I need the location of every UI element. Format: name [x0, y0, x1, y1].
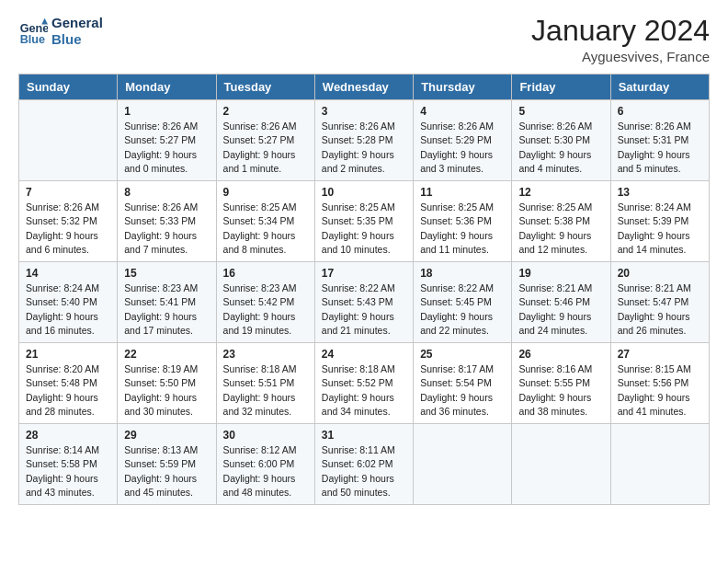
logo: General Blue General Blue [18, 15, 103, 48]
day-header-saturday: Saturday [610, 75, 709, 100]
day-number: 14 [26, 267, 110, 280]
day-number: 21 [26, 348, 110, 361]
day-number: 9 [223, 186, 308, 199]
day-info: Sunrise: 8:24 AM Sunset: 5:39 PM Dayligh… [618, 201, 702, 257]
calendar-cell: 24Sunrise: 8:18 AM Sunset: 5:52 PM Dayli… [314, 343, 413, 424]
day-number: 22 [124, 348, 209, 361]
day-info: Sunrise: 8:26 AM Sunset: 5:31 PM Dayligh… [618, 120, 702, 176]
title-block: January 2024 Ayguesvives, France [531, 15, 710, 64]
day-number: 16 [223, 267, 308, 280]
day-number: 29 [124, 429, 209, 442]
day-number: 3 [322, 105, 406, 118]
day-info: Sunrise: 8:26 AM Sunset: 5:33 PM Dayligh… [124, 201, 209, 257]
day-number: 26 [518, 348, 603, 361]
calendar-cell: 26Sunrise: 8:16 AM Sunset: 5:55 PM Dayli… [512, 343, 610, 424]
day-number: 11 [420, 186, 505, 199]
day-header-monday: Monday [118, 75, 216, 100]
day-info: Sunrise: 8:20 AM Sunset: 5:48 PM Dayligh… [26, 362, 110, 419]
day-number: 2 [223, 105, 308, 118]
calendar-cell: 21Sunrise: 8:20 AM Sunset: 5:48 PM Dayli… [19, 343, 118, 424]
day-info: Sunrise: 8:26 AM Sunset: 5:27 PM Dayligh… [223, 120, 308, 176]
day-info: Sunrise: 8:11 AM Sunset: 6:02 PM Dayligh… [322, 443, 406, 500]
calendar-cell: 8Sunrise: 8:26 AM Sunset: 5:33 PM Daylig… [118, 181, 216, 262]
week-row-3: 14Sunrise: 8:24 AM Sunset: 5:40 PM Dayli… [19, 262, 710, 343]
day-info: Sunrise: 8:23 AM Sunset: 5:42 PM Dayligh… [223, 282, 308, 338]
calendar-cell: 20Sunrise: 8:21 AM Sunset: 5:47 PM Dayli… [610, 262, 709, 343]
day-info: Sunrise: 8:26 AM Sunset: 5:28 PM Dayligh… [322, 120, 406, 176]
calendar-header-row: SundayMondayTuesdayWednesdayThursdayFrid… [19, 75, 710, 100]
day-number: 10 [322, 186, 406, 199]
calendar-cell: 13Sunrise: 8:24 AM Sunset: 5:39 PM Dayli… [610, 181, 709, 262]
day-number: 24 [322, 348, 406, 361]
day-header-thursday: Thursday [414, 75, 512, 100]
day-info: Sunrise: 8:25 AM Sunset: 5:36 PM Dayligh… [420, 201, 505, 257]
day-number: 4 [420, 105, 505, 118]
day-header-sunday: Sunday [19, 75, 118, 100]
svg-text:Blue: Blue [20, 33, 45, 46]
day-info: Sunrise: 8:15 AM Sunset: 5:56 PM Dayligh… [618, 362, 702, 419]
calendar-cell: 7Sunrise: 8:26 AM Sunset: 5:32 PM Daylig… [19, 181, 118, 262]
calendar-cell: 27Sunrise: 8:15 AM Sunset: 5:56 PM Dayli… [610, 343, 709, 424]
week-row-2: 7Sunrise: 8:26 AM Sunset: 5:32 PM Daylig… [19, 181, 710, 262]
calendar-cell: 28Sunrise: 8:14 AM Sunset: 5:58 PM Dayli… [19, 424, 118, 505]
day-number: 27 [618, 348, 702, 361]
day-info: Sunrise: 8:23 AM Sunset: 5:41 PM Dayligh… [124, 282, 209, 338]
week-row-1: 1Sunrise: 8:26 AM Sunset: 5:27 PM Daylig… [19, 100, 710, 181]
day-info: Sunrise: 8:13 AM Sunset: 5:59 PM Dayligh… [124, 443, 209, 500]
calendar-cell [512, 424, 610, 505]
day-info: Sunrise: 8:26 AM Sunset: 5:27 PM Dayligh… [124, 120, 209, 176]
day-number: 5 [518, 105, 603, 118]
calendar-cell: 23Sunrise: 8:18 AM Sunset: 5:51 PM Dayli… [216, 343, 314, 424]
day-info: Sunrise: 8:18 AM Sunset: 5:51 PM Dayligh… [223, 362, 308, 419]
day-number: 17 [322, 267, 406, 280]
week-row-5: 28Sunrise: 8:14 AM Sunset: 5:58 PM Dayli… [19, 424, 710, 505]
day-header-friday: Friday [512, 75, 610, 100]
day-number: 6 [618, 105, 702, 118]
calendar-page: General Blue General Blue January 2024 A… [0, 0, 728, 563]
calendar-cell: 14Sunrise: 8:24 AM Sunset: 5:40 PM Dayli… [19, 262, 118, 343]
logo-icon: General Blue [18, 17, 48, 46]
header: General Blue General Blue January 2024 A… [18, 15, 710, 64]
day-number: 13 [618, 186, 702, 199]
logo-general: General [51, 15, 103, 31]
day-info: Sunrise: 8:18 AM Sunset: 5:52 PM Dayligh… [322, 362, 406, 419]
calendar-cell: 18Sunrise: 8:22 AM Sunset: 5:45 PM Dayli… [414, 262, 512, 343]
day-number: 25 [420, 348, 505, 361]
day-number: 15 [124, 267, 209, 280]
location: Ayguesvives, France [531, 49, 710, 64]
day-info: Sunrise: 8:22 AM Sunset: 5:43 PM Dayligh… [322, 282, 406, 338]
day-info: Sunrise: 8:22 AM Sunset: 5:45 PM Dayligh… [420, 282, 505, 338]
calendar-cell [610, 424, 709, 505]
calendar-cell: 29Sunrise: 8:13 AM Sunset: 5:59 PM Dayli… [118, 424, 216, 505]
logo-blue: Blue [51, 31, 103, 48]
calendar-cell [19, 100, 118, 181]
calendar-cell: 15Sunrise: 8:23 AM Sunset: 5:41 PM Dayli… [118, 262, 216, 343]
day-info: Sunrise: 8:21 AM Sunset: 5:47 PM Dayligh… [618, 282, 702, 338]
day-number: 20 [618, 267, 702, 280]
day-number: 8 [124, 186, 209, 199]
calendar-cell: 19Sunrise: 8:21 AM Sunset: 5:46 PM Dayli… [512, 262, 610, 343]
day-info: Sunrise: 8:26 AM Sunset: 5:32 PM Dayligh… [26, 201, 110, 257]
day-info: Sunrise: 8:24 AM Sunset: 5:40 PM Dayligh… [26, 282, 110, 338]
calendar-cell: 10Sunrise: 8:25 AM Sunset: 5:35 PM Dayli… [314, 181, 413, 262]
calendar-cell: 11Sunrise: 8:25 AM Sunset: 5:36 PM Dayli… [414, 181, 512, 262]
day-number: 31 [322, 429, 406, 442]
calendar-cell: 16Sunrise: 8:23 AM Sunset: 5:42 PM Dayli… [216, 262, 314, 343]
calendar-cell: 22Sunrise: 8:19 AM Sunset: 5:50 PM Dayli… [118, 343, 216, 424]
day-info: Sunrise: 8:25 AM Sunset: 5:35 PM Dayligh… [322, 201, 406, 257]
day-number: 23 [223, 348, 308, 361]
day-number: 19 [518, 267, 603, 280]
calendar-cell: 12Sunrise: 8:25 AM Sunset: 5:38 PM Dayli… [512, 181, 610, 262]
day-number: 18 [420, 267, 505, 280]
day-header-tuesday: Tuesday [216, 75, 314, 100]
calendar-cell: 4Sunrise: 8:26 AM Sunset: 5:29 PM Daylig… [414, 100, 512, 181]
day-number: 7 [26, 186, 110, 199]
calendar-cell: 25Sunrise: 8:17 AM Sunset: 5:54 PM Dayli… [414, 343, 512, 424]
day-number: 12 [518, 186, 603, 199]
day-number: 1 [124, 105, 209, 118]
calendar-cell [414, 424, 512, 505]
day-info: Sunrise: 8:26 AM Sunset: 5:30 PM Dayligh… [518, 120, 603, 176]
day-info: Sunrise: 8:26 AM Sunset: 5:29 PM Dayligh… [420, 120, 505, 176]
day-info: Sunrise: 8:17 AM Sunset: 5:54 PM Dayligh… [420, 362, 505, 419]
calendar-table: SundayMondayTuesdayWednesdayThursdayFrid… [18, 74, 710, 505]
